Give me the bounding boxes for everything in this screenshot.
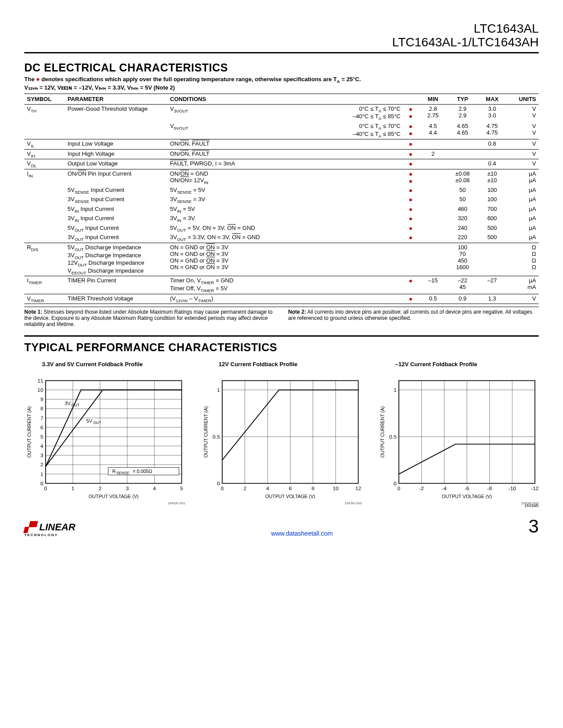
svg-text:OUTPUT CURRENT (A): OUTPUT CURRENT (A) xyxy=(380,406,385,458)
svg-text:0: 0 xyxy=(393,480,397,487)
svg-text:2: 2 xyxy=(243,485,246,492)
table-row: IINON/ON Pin Input CurrentON/ON = GNDON/… xyxy=(24,169,539,185)
table-row: VTHPower-Good Threshold VoltageV3VOUT0°C… xyxy=(24,104,539,122)
svg-text:11: 11 xyxy=(38,378,43,384)
table-row: VIHInput High VoltageON/ON, FAULT●2V xyxy=(24,149,539,159)
dc-condition-line1: The ● denotes specifications which apply… xyxy=(24,75,539,84)
svg-text:-6: -6 xyxy=(465,485,469,492)
svg-text:6: 6 xyxy=(289,485,292,492)
svg-text:10: 10 xyxy=(333,485,339,492)
svg-text:SENSE: SENSE xyxy=(117,471,129,476)
notes: Note 1: Stresses beyond those listed und… xyxy=(24,307,539,327)
table-row: 3VOUT Input Current3VOUT = 3.3V, ON = 3V… xyxy=(24,233,539,243)
table-row: 5VSENSE Input Current5VSENSE = 5V●50100µ… xyxy=(24,186,539,195)
table-row: VILInput Low VoltageON/ON, FAULT●0.8V xyxy=(24,139,539,150)
svg-text:5: 5 xyxy=(40,434,43,440)
section-perf-title: TYPICAL PERFORMANCE CHARACTERISTICS xyxy=(24,341,539,354)
svg-text:OUTPUT CURRENT (A): OUTPUT CURRENT (A) xyxy=(203,406,208,458)
table-row: RDIS5VOUT Discharge Impedance3VOUT Disch… xyxy=(24,243,539,276)
table-row: VTIMERTIMER Threshold Voltage(V12VIN – V… xyxy=(24,294,539,304)
svg-text:8: 8 xyxy=(311,485,314,492)
svg-text:6: 6 xyxy=(40,424,43,431)
svg-text:OUTPUT CURRENT (A): OUTPUT CURRENT (A) xyxy=(26,406,32,458)
svg-text:8: 8 xyxy=(40,406,43,412)
svg-text:3: 3 xyxy=(40,453,43,459)
svg-text:R: R xyxy=(112,469,116,474)
dc-table: SYMBOL PARAMETER CONDITIONS MIN TYP MAX … xyxy=(24,94,539,304)
table-row: 3VIN Input Current3VIN = 3V●320600µA xyxy=(24,214,539,224)
footer-url[interactable]: www.datasheetall.com xyxy=(271,530,333,537)
svg-text:5V: 5V xyxy=(87,418,93,424)
svg-text:0: 0 xyxy=(40,480,43,487)
svg-text:3: 3 xyxy=(126,485,129,492)
svg-text:4: 4 xyxy=(266,485,269,492)
svg-text:0: 0 xyxy=(217,480,220,487)
svg-text:= 0.005Ω: = 0.005Ω xyxy=(132,469,152,474)
table-row: 5VIN Input Current5VIN = 5V●460700µA xyxy=(24,205,539,214)
svg-text:OUTPUT VOLTAGE (V): OUTPUT VOLTAGE (V) xyxy=(442,494,492,499)
table-row: 3VSENSE Input Current3VSENSE = 3V●50100µ… xyxy=(24,195,539,205)
page-part-title: LTC1643AL LTC1643AL-1/LTC1643AH xyxy=(24,22,539,49)
svg-text:9: 9 xyxy=(40,396,43,402)
charts-row: 3.3V and 5V Current Foldback Profile0123… xyxy=(24,361,539,505)
svg-text:2: 2 xyxy=(40,462,43,468)
svg-text:1: 1 xyxy=(393,387,397,393)
table-row: V5VOUT0°C ≤ TA ≤ 70°C–40°C ≤ TA ≤ 85°C●●… xyxy=(24,122,539,139)
svg-text:5: 5 xyxy=(180,485,183,492)
svg-text:0: 0 xyxy=(44,485,47,492)
chart: 3.3V and 5V Current Foldback Profile0123… xyxy=(24,361,185,505)
svg-text:1: 1 xyxy=(40,471,43,477)
svg-text:1: 1 xyxy=(72,485,75,492)
svg-text:4: 4 xyxy=(153,485,156,492)
logo: ▞▘LINEAR TECHNOLOGY xyxy=(24,522,76,537)
svg-text:-8: -8 xyxy=(487,485,492,492)
table-row: VOLOutput Low VoltageFAULT, PWRGD, I = 3… xyxy=(24,159,539,169)
svg-text:-2: -2 xyxy=(419,485,424,492)
svg-text:3V: 3V xyxy=(64,401,71,406)
svg-text:OUTPUT VOLTAGE (V): OUTPUT VOLTAGE (V) xyxy=(89,494,139,499)
svg-text:OUTPUT VOLTAGE (V): OUTPUT VOLTAGE (V) xyxy=(265,494,315,499)
svg-text:0: 0 xyxy=(397,485,401,492)
svg-text:12: 12 xyxy=(355,485,361,492)
svg-text:0.5: 0.5 xyxy=(389,434,397,440)
svg-text:2: 2 xyxy=(98,485,102,492)
svg-text:-12: -12 xyxy=(531,485,539,492)
table-row: 5VOUT Input Current5VOUT = 5V, ON = 3V, … xyxy=(24,224,539,233)
table-row: ITIMERTIMER Pin CurrentTimer On, VTIMER … xyxy=(24,276,539,294)
dc-condition-line2: V₁₂ᵥᵢₙ = 12V, Vᴇᴇɪɴ = –12V, V₃ᵥᵢₙ = 3.3V… xyxy=(24,84,539,92)
svg-text:-4: -4 xyxy=(442,485,447,492)
svg-text:1: 1 xyxy=(217,387,220,393)
svg-text:7: 7 xyxy=(40,415,43,421)
svg-text:0.5: 0.5 xyxy=(213,434,220,440)
svg-text:4: 4 xyxy=(40,443,43,449)
svg-text:OUT: OUT xyxy=(93,420,102,425)
svg-text:OUT: OUT xyxy=(72,403,80,407)
page-number: 3 xyxy=(529,516,539,537)
svg-text:-10: -10 xyxy=(509,485,516,492)
chart: –12V Current Foldback Profile0-2-4-6-8-1… xyxy=(378,361,539,505)
section-dc-title: DC ELECTRICAL CHARACTERISTICS xyxy=(24,61,539,74)
svg-text:10: 10 xyxy=(38,387,44,393)
svg-text:0: 0 xyxy=(221,485,224,492)
chart: 12V Current Foldback Profile02468101200.… xyxy=(201,361,362,505)
